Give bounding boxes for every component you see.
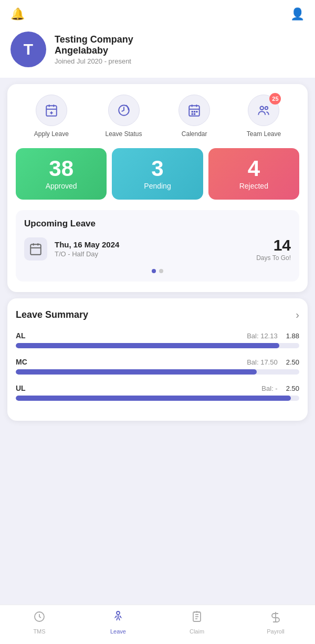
profile-section: T Testing Company Angelababy Joined Jul … — [0, 26, 315, 78]
upcoming-calendar-icon — [24, 237, 47, 261]
progress-bar-fill-ul — [16, 396, 291, 401]
svg-rect-15 — [194, 113, 195, 115]
svg-point-23 — [117, 611, 120, 615]
tms-icon — [33, 610, 46, 626]
carousel-dots — [24, 269, 291, 273]
summary-header: Leave Summary › — [16, 309, 299, 321]
leave-nav-label: Leave — [110, 628, 126, 635]
upcoming-left: Thu, 16 May 2024 T/O - Half Day — [24, 237, 119, 261]
upcoming-date: Thu, 16 May 2024 — [55, 240, 119, 249]
nav-tms[interactable]: TMS — [24, 610, 55, 635]
svg-rect-11 — [192, 111, 193, 112]
leave-summary-section: Leave Summary › AL Bal: 12.13 1.88 MC Ba… — [7, 298, 308, 421]
progress-bar-bg-ul — [16, 396, 299, 401]
bottom-nav: TMS Leave Claim — [0, 605, 315, 644]
upcoming-leave-section: Upcoming Leave Thu, 16 May 2024 T/O - Ha… — [16, 210, 299, 282]
leave-bal-ul: Bal: - — [261, 385, 277, 392]
leave-used-ul: 2.50 — [286, 385, 299, 392]
action-leave-status[interactable]: Leave Status — [105, 95, 142, 138]
leave-used-al: 1.88 — [286, 332, 299, 340]
calendar-icon-circle — [178, 95, 210, 126]
quick-actions: Apply Leave Leave Status — [16, 95, 299, 138]
action-calendar[interactable]: Calendar — [178, 95, 210, 138]
svg-point-17 — [265, 107, 268, 109]
user-name: Angelababy — [55, 45, 133, 56]
approved-label: Approved — [46, 182, 77, 190]
upcoming-type: T/O - Half Day — [55, 250, 119, 258]
apply-leave-icon-circle — [36, 95, 67, 126]
profile-info: Testing Company Angelababy Joined Jul 20… — [55, 34, 133, 65]
nav-claim[interactable]: Claim — [181, 610, 213, 635]
dot-2 — [159, 269, 163, 273]
leave-code-al: AL — [16, 331, 26, 340]
svg-rect-0 — [46, 106, 57, 116]
summary-title: Leave Summary — [16, 309, 88, 320]
apply-leave-label: Apply Leave — [34, 130, 69, 138]
claim-label: Claim — [190, 628, 204, 635]
pending-number: 3 — [151, 158, 163, 180]
leave-row-mc: MC Bal: 17.50 2.50 — [16, 358, 299, 366]
leave-bal-al: Bal: 12.13 — [247, 332, 278, 340]
leave-bal-mc: Bal: 17.50 — [247, 358, 278, 366]
days-to-go: 14 Days To Go! — [256, 236, 291, 262]
main-card: Apply Leave Leave Status — [7, 84, 308, 292]
pending-card[interactable]: 3 Pending — [112, 148, 203, 200]
rejected-card[interactable]: 4 Rejected — [208, 148, 299, 200]
progress-bar-fill-mc — [16, 369, 257, 375]
company-name: Testing Company — [55, 34, 133, 45]
header: 🔔 👤 — [0, 0, 315, 26]
leave-code-mc: MC — [16, 358, 27, 366]
payroll-label: Payroll — [267, 628, 285, 635]
bell-icon[interactable]: 🔔 — [10, 7, 25, 21]
days-label: Days To Go! — [256, 254, 291, 262]
leave-item-mc: MC Bal: 17.50 2.50 — [16, 358, 299, 375]
dot-1 — [152, 269, 156, 273]
days-number: 14 — [256, 236, 291, 254]
pending-label: Pending — [144, 182, 171, 190]
leave-used-mc: 2.50 — [286, 358, 299, 366]
calendar-label: Calendar — [182, 130, 207, 138]
team-leave-icon-circle: 25 — [248, 95, 279, 126]
summary-chevron-icon[interactable]: › — [296, 309, 299, 321]
team-leave-label: Team Leave — [247, 130, 281, 138]
claim-icon — [191, 610, 203, 626]
avatar: T — [10, 32, 46, 67]
approved-number: 38 — [49, 158, 74, 180]
upcoming-details: Thu, 16 May 2024 T/O - Half Day — [55, 240, 119, 258]
action-team-leave[interactable]: 25 Team Leave — [247, 95, 281, 138]
leave-row-al: AL Bal: 12.13 1.88 — [16, 331, 299, 340]
nav-leave[interactable]: Leave — [102, 610, 134, 635]
nav-payroll[interactable]: Payroll — [260, 610, 291, 635]
tms-label: TMS — [33, 628, 45, 635]
leave-nav-icon — [112, 610, 124, 626]
action-apply-leave[interactable]: Apply Leave — [34, 95, 69, 138]
approved-card[interactable]: 38 Approved — [16, 148, 107, 200]
profile-icon[interactable]: 👤 — [290, 7, 304, 21]
leave-status-label: Leave Status — [105, 130, 142, 138]
join-date: Joined Jul 2020 - present — [55, 57, 133, 65]
payroll-icon — [269, 610, 282, 626]
svg-rect-13 — [196, 111, 197, 112]
stats-row: 38 Approved 3 Pending 4 Rejected — [16, 148, 299, 200]
svg-point-16 — [260, 106, 264, 110]
leave-status-icon-circle — [108, 95, 140, 126]
progress-bar-bg-al — [16, 343, 299, 348]
progress-bar-bg-mc — [16, 369, 299, 375]
team-leave-badge: 25 — [269, 93, 281, 105]
svg-rect-14 — [192, 113, 193, 115]
progress-bar-fill-al — [16, 343, 279, 348]
leave-row-ul: UL Bal: - 2.50 — [16, 384, 299, 392]
svg-rect-12 — [194, 111, 195, 112]
svg-rect-18 — [30, 244, 41, 255]
leave-item-ul: UL Bal: - 2.50 — [16, 384, 299, 401]
upcoming-leave-item[interactable]: Thu, 16 May 2024 T/O - Half Day 14 Days … — [24, 236, 291, 262]
rejected-label: Rejected — [239, 182, 268, 190]
leave-item-al: AL Bal: 12.13 1.88 — [16, 331, 299, 348]
upcoming-leave-title: Upcoming Leave — [24, 219, 291, 229]
rejected-number: 4 — [248, 158, 260, 180]
leave-code-ul: UL — [16, 384, 26, 392]
